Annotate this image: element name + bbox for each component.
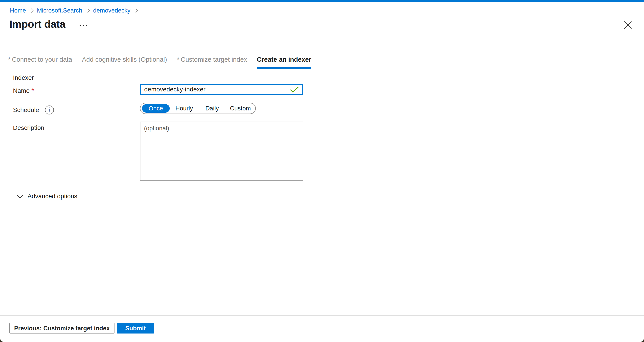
- wizard-tabs: *Connect to your data Add cognitive skil…: [8, 56, 311, 68]
- chevron-right-icon: [29, 8, 33, 12]
- ellipsis-icon: [86, 25, 87, 26]
- close-button[interactable]: [622, 20, 633, 30]
- description-textarea[interactable]: [140, 122, 303, 180]
- import-data-panel: Home Microsoft.Search demovedecky Import…: [0, 0, 644, 342]
- schedule-option-daily[interactable]: Daily: [199, 105, 226, 112]
- close-icon: [623, 20, 633, 30]
- schedule-option-hourly[interactable]: Hourly: [170, 105, 199, 112]
- tab-label: Customize target index: [181, 56, 247, 63]
- description-field-label: Description: [13, 124, 44, 132]
- name-field-label: Name*: [13, 87, 34, 94]
- ellipsis-icon: [80, 25, 81, 26]
- schedule-option-custom[interactable]: Custom: [226, 105, 255, 112]
- required-marker: *: [8, 56, 10, 63]
- ellipsis-icon: [83, 25, 84, 26]
- required-marker: *: [177, 56, 179, 63]
- breadcrumb: Home Microsoft.Search demovedecky: [10, 7, 141, 14]
- schedule-label-text: Schedule: [13, 106, 39, 114]
- breadcrumb-home-link[interactable]: Home: [10, 7, 26, 14]
- page-title: Import data: [10, 18, 65, 30]
- submit-button[interactable]: Submit: [117, 323, 154, 334]
- tab-label: Create an indexer: [257, 56, 311, 63]
- breadcrumb-service-link[interactable]: Microsoft.Search: [37, 7, 82, 14]
- name-label-text: Name: [13, 87, 30, 94]
- advanced-options-toggle[interactable]: Advanced options: [13, 191, 77, 202]
- chevron-down-icon: [17, 192, 23, 198]
- tab-customize-target-index[interactable]: *Customize target index: [177, 56, 247, 68]
- footer-divider: [0, 315, 644, 316]
- chevron-right-icon: [86, 8, 90, 12]
- portal-top-bar: [0, 0, 644, 2]
- tab-label: Connect to your data: [12, 56, 72, 63]
- more-options-button[interactable]: [78, 24, 88, 28]
- tab-create-an-indexer[interactable]: Create an indexer: [257, 56, 311, 68]
- info-icon[interactable]: i: [45, 106, 54, 114]
- tab-label: Add cognitive skills (Optional): [82, 56, 167, 63]
- indexer-name-input[interactable]: [140, 84, 303, 95]
- tab-add-cognitive-skills[interactable]: Add cognitive skills (Optional): [82, 56, 167, 68]
- schedule-toggle-group: Once Hourly Daily Custom: [140, 103, 256, 114]
- advanced-options-label: Advanced options: [28, 193, 77, 200]
- tab-connect-to-your-data[interactable]: *Connect to your data: [8, 56, 72, 68]
- chevron-right-icon: [134, 8, 138, 12]
- required-marker: *: [32, 87, 34, 94]
- divider: [13, 205, 321, 205]
- divider: [13, 188, 321, 188]
- schedule-field-label: Schedule i: [13, 106, 54, 114]
- schedule-option-once[interactable]: Once: [142, 104, 170, 113]
- previous-step-button[interactable]: Previous: Customize target index: [10, 323, 114, 334]
- breadcrumb-resource-link[interactable]: demovedecky: [93, 7, 130, 14]
- indexer-section-title: Indexer: [13, 74, 34, 81]
